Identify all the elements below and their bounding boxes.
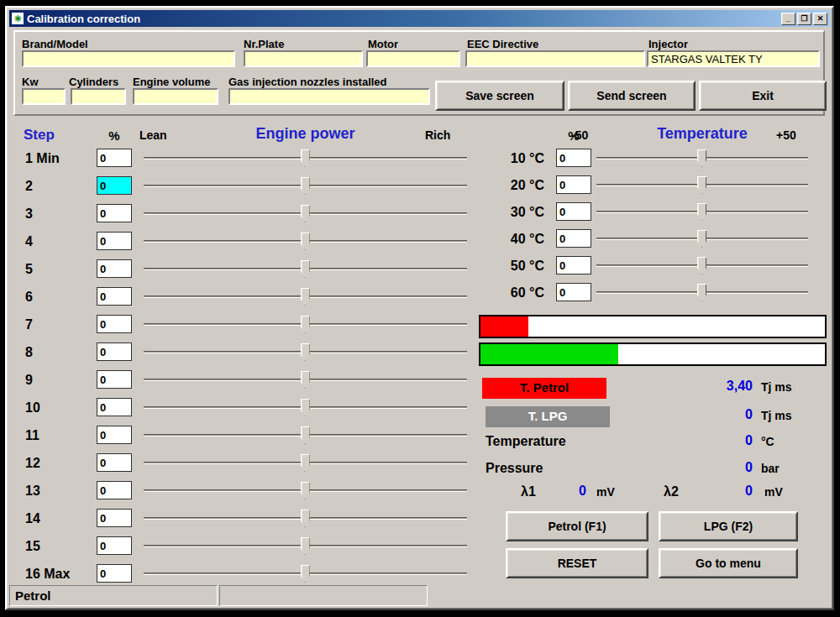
step-15-input[interactable]: [97, 536, 132, 555]
slider-thumb[interactable]: [697, 230, 706, 248]
temp-max-label: +50: [776, 128, 796, 142]
step-8-input[interactable]: [97, 342, 132, 361]
temp-min-label: -50: [571, 128, 588, 142]
temp-row: 30 °C: [7, 202, 836, 222]
maximize-button[interactable]: ❐: [797, 13, 811, 25]
cylinders-input[interactable]: [71, 88, 126, 105]
engine-power-slider-15[interactable]: [144, 537, 467, 556]
step-12-input[interactable]: [97, 453, 132, 472]
slider-thumb[interactable]: [301, 537, 310, 555]
pressure-readout-unit: bar: [761, 462, 780, 475]
step-16-input[interactable]: [97, 564, 132, 583]
vehicle-form-panel: Brand/Model Nr.Plate Motor EEC Directive…: [13, 30, 825, 116]
temperature-slider-20[interactable]: [596, 176, 808, 195]
step-label: 10: [25, 398, 40, 417]
close-button[interactable]: ✕: [813, 13, 827, 25]
slider-thumb[interactable]: [301, 565, 310, 583]
engine-power-slider-12[interactable]: [144, 454, 467, 473]
step-10-input[interactable]: [97, 398, 132, 416]
engine-power-slider-14[interactable]: [144, 510, 467, 528]
reset-button[interactable]: RESET: [506, 548, 648, 578]
engine-power-title: Engine power: [144, 125, 467, 143]
t-petrol-value: 3,40: [645, 379, 753, 394]
temperature-slider-30[interactable]: [596, 203, 808, 222]
nozzles-label: Gas injection nozzles installed: [228, 76, 387, 88]
step-label: 14: [25, 509, 40, 528]
titlebar[interactable]: ✳ Calibration correction _ ❐ ✕: [9, 10, 830, 27]
lambda1-value: 0: [553, 484, 586, 499]
engine-power-slider-8[interactable]: [144, 343, 467, 362]
step-9-input[interactable]: [97, 370, 132, 389]
plate-input[interactable]: [244, 50, 363, 67]
kw-label: Kw: [22, 76, 39, 88]
temp-50-input[interactable]: [556, 256, 591, 275]
petrol-mode-button[interactable]: Petrol (F1): [506, 511, 648, 541]
lambda1-label: λ1: [521, 484, 536, 499]
step-label: 9: [25, 370, 33, 390]
engine-power-slider-10[interactable]: [144, 399, 467, 417]
step-14-input[interactable]: [97, 509, 132, 527]
temperature-slider-50[interactable]: [596, 257, 808, 275]
temp-60-input[interactable]: [556, 283, 591, 301]
slider-thumb[interactable]: [301, 399, 310, 416]
eec-input[interactable]: [465, 50, 645, 67]
t-lpg-unit: Tj ms: [761, 409, 792, 422]
temp-label: 20 °C: [492, 175, 544, 195]
volume-label: Engine volume: [133, 76, 210, 88]
temp-30-input[interactable]: [556, 202, 591, 221]
slider-thumb[interactable]: [301, 316, 310, 333]
slider-thumb[interactable]: [697, 176, 706, 194]
engine-power-slider-9[interactable]: [144, 371, 467, 390]
injector-input[interactable]: [647, 50, 820, 67]
lpg-mode-button[interactable]: LPG (F2): [659, 511, 798, 541]
status-info-panel: [219, 585, 428, 606]
nozzles-input[interactable]: [228, 88, 430, 105]
temp-10-input[interactable]: [556, 149, 591, 167]
kw-input[interactable]: [22, 88, 66, 105]
temp-label: 50 °C: [492, 256, 544, 275]
slider-thumb[interactable]: [301, 343, 310, 361]
slider-thumb[interactable]: [697, 203, 706, 221]
minimize-button[interactable]: _: [781, 13, 795, 25]
temperature-slider-10[interactable]: [596, 149, 808, 168]
pressure-readout-label: Pressure: [486, 461, 543, 476]
temp-20-input[interactable]: [556, 175, 591, 194]
step-label: 15: [25, 536, 40, 556]
slider-thumb[interactable]: [301, 454, 310, 472]
slider-thumb[interactable]: [301, 371, 310, 389]
brand-input[interactable]: [22, 50, 235, 67]
slider-thumb[interactable]: [697, 284, 706, 301]
step-label: 11: [25, 426, 39, 445]
engine-power-slider-16[interactable]: [144, 565, 467, 583]
slider-thumb[interactable]: [301, 482, 310, 499]
window-title: Calibration correction: [27, 13, 780, 25]
slider-thumb[interactable]: [697, 257, 706, 275]
engine-power-slider-7[interactable]: [144, 316, 467, 334]
t-lpg-badge: T. LPG: [486, 406, 610, 427]
temperature-readout-unit: °C: [761, 435, 774, 448]
send-screen-button[interactable]: Send screen: [568, 81, 696, 111]
motor-input[interactable]: [366, 50, 460, 67]
temperature-slider-60[interactable]: [596, 284, 808, 302]
plate-label: Nr.Plate: [244, 38, 284, 50]
go-to-menu-button[interactable]: Go to menu: [659, 548, 798, 578]
exit-button[interactable]: Exit: [699, 81, 827, 111]
slider-thumb[interactable]: [301, 510, 310, 527]
step-11-input[interactable]: [97, 426, 132, 444]
volume-input[interactable]: [133, 88, 218, 105]
slider-thumb[interactable]: [301, 426, 310, 444]
temp-label: 60 °C: [492, 283, 544, 302]
lambda2-unit: mV: [764, 485, 783, 499]
lambda2-label: λ2: [664, 484, 679, 499]
petrol-level-bar: [479, 315, 827, 338]
temp-40-input[interactable]: [556, 229, 591, 248]
save-screen-button[interactable]: Save screen: [435, 81, 564, 111]
temp-label: 30 °C: [492, 202, 544, 222]
step-7-input[interactable]: [97, 315, 132, 333]
t-lpg-value: 0: [645, 407, 753, 422]
slider-thumb[interactable]: [697, 149, 706, 167]
engine-power-slider-11[interactable]: [144, 426, 467, 445]
step-13-input[interactable]: [97, 481, 132, 499]
temperature-slider-40[interactable]: [596, 230, 808, 248]
engine-power-slider-13[interactable]: [144, 482, 467, 500]
